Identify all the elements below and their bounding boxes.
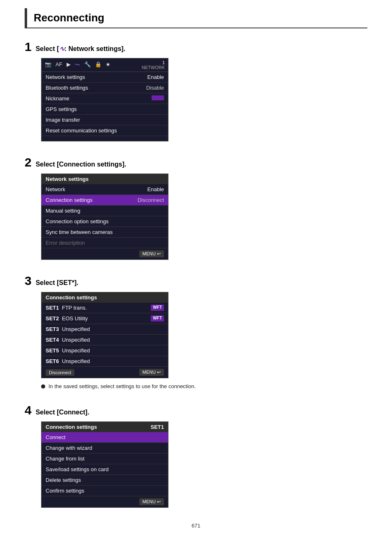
step-4-title: Select [Connect]. bbox=[36, 409, 90, 416]
step-1-content: 📷 AF ▶ 〜 🔧 🔒 ★ 1 NETWORK Networ bbox=[41, 58, 367, 141]
menu-row-reset-comm[interactable]: Reset communication settings bbox=[42, 125, 168, 136]
row-label: GPS settings bbox=[46, 106, 77, 112]
row-value: Disconnect bbox=[138, 197, 164, 203]
wft-badge-2: WFT bbox=[151, 315, 164, 322]
row-label: Nickname bbox=[46, 95, 69, 102]
menu-row-change-wizard[interactable]: Change with wizard bbox=[42, 443, 168, 454]
step-1-number: 1 bbox=[25, 41, 32, 53]
menu-row-set3[interactable]: SET3 Unspecified bbox=[42, 324, 168, 335]
step-2-title: Select [Connection settings]. bbox=[36, 161, 126, 168]
screen-4-title-text: Connection settings bbox=[46, 424, 97, 430]
row-label: Error description bbox=[46, 240, 85, 246]
row-label: SET5 Unspecified bbox=[46, 347, 90, 354]
menu-row-delete[interactable]: Delete settings bbox=[42, 475, 168, 486]
step-3-content: Connection settings SET1 FTP trans. WFT … bbox=[41, 292, 367, 389]
menu-back-btn-4[interactable]: MENU ↩ bbox=[139, 498, 164, 505]
screen-1-icons: 📷 AF ▶ 〜 🔧 🔒 ★ bbox=[45, 61, 111, 69]
step-2: 2 Select [Connection settings]. Network … bbox=[25, 156, 367, 260]
step-1-title: Select [∿: Network settings]. bbox=[36, 45, 125, 53]
menu-row-connection-settings[interactable]: Connection settings Disconnect bbox=[42, 195, 168, 206]
step-1: 1 Select [∿: Network settings]. 📷 AF ▶ 〜… bbox=[25, 41, 367, 141]
step-3-title: Select [SET*]. bbox=[36, 279, 78, 287]
menu-back-btn-3[interactable]: MENU ↩ bbox=[139, 369, 164, 376]
step-4-number: 4 bbox=[25, 404, 32, 416]
screen-4-title-set: SET1 bbox=[150, 424, 164, 430]
nickname-color-box bbox=[152, 95, 164, 100]
menu-row-confirm[interactable]: Confirm settings bbox=[42, 486, 168, 496]
step-1-header: 1 Select [∿: Network settings]. bbox=[25, 41, 367, 53]
row-label: Image transfer bbox=[46, 117, 80, 123]
screen-1: 📷 AF ▶ 〜 🔧 🔒 ★ 1 NETWORK Networ bbox=[41, 58, 168, 141]
menu-row-manual-setting[interactable]: Manual setting bbox=[42, 206, 168, 216]
page-container: Reconnecting 1 Select [∿: Network settin… bbox=[0, 0, 392, 537]
menu-row-set4[interactable]: SET4 Unspecified bbox=[42, 335, 168, 345]
tab-number: 1 bbox=[162, 60, 165, 65]
row-label: Network settings bbox=[46, 74, 85, 80]
step-4-header: 4 Select [Connect]. bbox=[25, 404, 367, 416]
row-label: Change with wizard bbox=[46, 445, 92, 451]
screen-4: Connection settings SET1 Connect Change … bbox=[41, 421, 168, 508]
row-label: SET6 Unspecified bbox=[46, 358, 90, 364]
row-value: Disable bbox=[146, 85, 164, 91]
screen-2: Network settings Network Enable Connecti… bbox=[41, 174, 168, 260]
step-3-header: 3 Select [SET*]. bbox=[25, 275, 367, 287]
menu-row-set5[interactable]: SET5 Unspecified bbox=[42, 345, 168, 356]
screen-1-topbar: 📷 AF ▶ 〜 🔧 🔒 ★ 1 NETWORK bbox=[42, 58, 168, 72]
menu-row-bluetooth[interactable]: Bluetooth settings Disable bbox=[42, 83, 168, 93]
camera-icon: 📷 bbox=[45, 61, 51, 69]
menu-row-set2[interactable]: SET2 EOS Utility WFT bbox=[42, 313, 168, 324]
row-label: Bluetooth settings bbox=[46, 85, 88, 91]
row-label: SET2 EOS Utility bbox=[46, 315, 88, 322]
menu-row-error-desc: Error description bbox=[42, 238, 168, 248]
step-3: 3 Select [SET*]. Connection settings SET… bbox=[25, 275, 367, 389]
page-title: Reconnecting bbox=[34, 12, 361, 24]
step-2-content: Network settings Network Enable Connecti… bbox=[41, 174, 367, 260]
menu-row-network-settings[interactable]: Network settings Enable bbox=[42, 72, 168, 83]
row-label: Delete settings bbox=[46, 477, 81, 483]
menu-row-nickname[interactable]: Nickname bbox=[42, 93, 168, 104]
row-label: SET1 FTP trans. bbox=[46, 305, 87, 311]
menu-row-save-load[interactable]: Save/load settings on card bbox=[42, 464, 168, 475]
row-label: Connect bbox=[46, 434, 65, 440]
menu-row-change-list[interactable]: Change from list bbox=[42, 454, 168, 464]
wrench-icon: 🔧 bbox=[84, 61, 91, 69]
menu-back-btn[interactable]: MENU ↩ bbox=[139, 250, 164, 257]
screen-4-footer: MENU ↩ bbox=[42, 496, 168, 507]
row-label: SET4 Unspecified bbox=[46, 337, 90, 343]
screen-2-title: Network settings bbox=[42, 174, 168, 184]
af-icon: AF bbox=[55, 61, 62, 69]
step-2-header: 2 Select [Connection settings]. bbox=[25, 156, 367, 169]
row-value: Enable bbox=[148, 74, 164, 80]
menu-row-gps[interactable]: GPS settings bbox=[42, 104, 168, 115]
step-3-note: In the saved settings, select settings t… bbox=[41, 383, 367, 389]
menu-row-connection-option[interactable]: Connection option settings bbox=[42, 216, 168, 227]
row-label: Confirm settings bbox=[46, 488, 84, 494]
star-icon: ★ bbox=[106, 61, 111, 69]
disconnect-btn[interactable]: Disconnect bbox=[46, 369, 74, 376]
step-4-content: Connection settings SET1 Connect Change … bbox=[41, 421, 367, 508]
step-3-number: 3 bbox=[25, 275, 32, 287]
step-4: 4 Select [Connect]. Connection settings … bbox=[25, 404, 367, 508]
row-label: Change from list bbox=[46, 456, 85, 462]
menu-row-set6[interactable]: SET6 Unspecified bbox=[42, 356, 168, 367]
lock-icon: 🔒 bbox=[95, 61, 101, 69]
screen-2-footer: MENU ↩ bbox=[42, 248, 168, 259]
bullet-dot bbox=[41, 384, 45, 389]
screen-3-title: Connection settings bbox=[42, 292, 168, 303]
menu-row-connect[interactable]: Connect bbox=[42, 432, 168, 443]
menu-row-image-transfer[interactable]: Image transfer bbox=[42, 115, 168, 125]
page-number: 671 bbox=[25, 523, 367, 529]
network-icon: 〜 bbox=[75, 61, 80, 69]
row-label: Reset communication settings bbox=[46, 127, 117, 134]
row-label: Network bbox=[46, 186, 65, 192]
menu-row-network[interactable]: Network Enable bbox=[42, 184, 168, 195]
menu-row-set1[interactable]: SET1 FTP trans. WFT bbox=[42, 303, 168, 313]
note-text: In the saved settings, select settings t… bbox=[48, 383, 196, 389]
row-label: SET3 Unspecified bbox=[46, 326, 90, 332]
row-label: Connection option settings bbox=[46, 218, 108, 224]
step-2-number: 2 bbox=[25, 156, 32, 169]
page-header: Reconnecting bbox=[25, 8, 367, 28]
menu-row-sync-time[interactable]: Sync time between cameras bbox=[42, 227, 168, 238]
row-label: Connection settings bbox=[46, 197, 92, 203]
screen-3-footer: Disconnect MENU ↩ bbox=[42, 367, 168, 378]
